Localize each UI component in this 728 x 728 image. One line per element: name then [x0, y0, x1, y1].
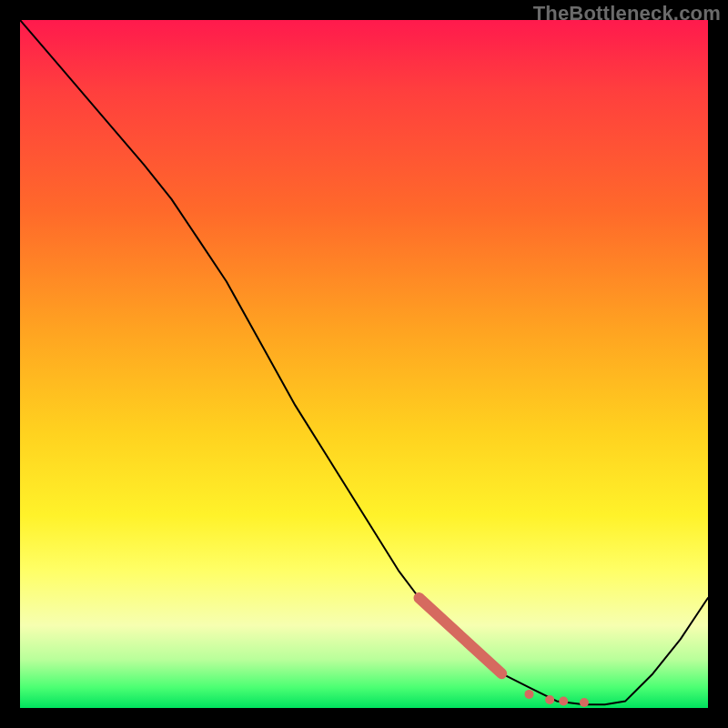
chart-stage: TheBottleneck.com — [0, 0, 728, 728]
plot-gradient — [20, 20, 708, 708]
plot-frame — [20, 20, 708, 708]
